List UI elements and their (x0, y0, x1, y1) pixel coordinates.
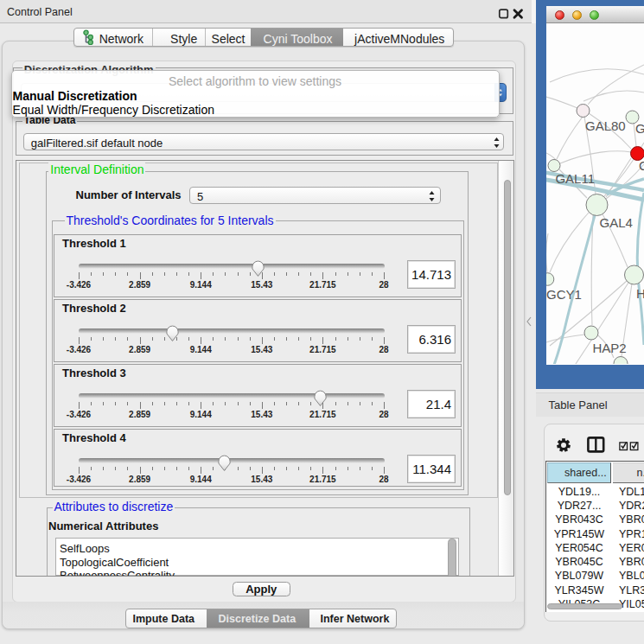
svg-text:C: C (639, 158, 644, 173)
svg-text:GAL80: GAL80 (585, 118, 626, 133)
svg-text:GAL4: GAL4 (600, 215, 633, 230)
svg-text:GCY1: GCY1 (546, 287, 582, 302)
svg-text:GA: GA (635, 121, 644, 136)
svg-text:HI: HI (636, 286, 644, 301)
svg-text:GAL11: GAL11 (555, 171, 595, 186)
svg-text:HAP2: HAP2 (592, 341, 626, 355)
